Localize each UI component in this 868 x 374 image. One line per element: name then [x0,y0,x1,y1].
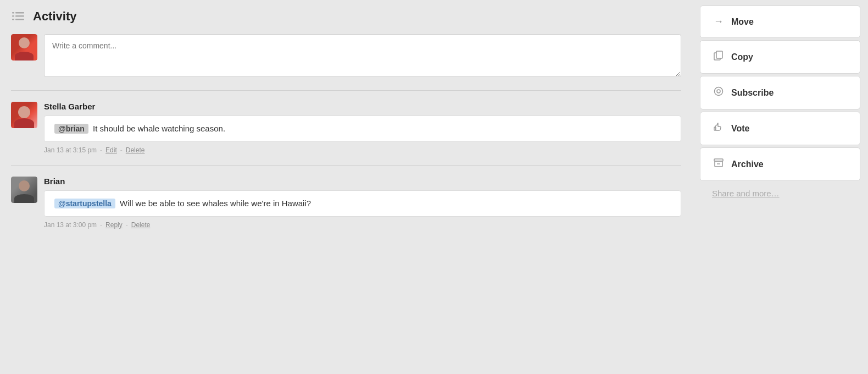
reply-link[interactable]: Reply [105,221,123,229]
main-panel: Activity Stella Garber @brian It should … [0,0,692,374]
svg-rect-2 [15,19,24,20]
separator: - [100,221,102,229]
comment-input-row [11,34,681,77]
copy-label: Copy [731,52,753,62]
separator: - [120,146,123,154]
comment-entry: Brian @startupstella Will we be able to … [11,177,681,229]
copy-button[interactable]: Copy [700,40,860,74]
app-layout: Activity Stella Garber @brian It should … [0,0,868,374]
comment-author: Stella Garber [44,102,681,111]
copy-icon [713,51,725,63]
page-title: Activity [33,9,76,24]
comment-entry: Stella Garber @brian It should be whale … [11,102,681,154]
svg-rect-1 [15,15,24,17]
comment-text: It should be whale watching season. [93,124,225,133]
subscribe-button[interactable]: Subscribe [700,76,860,109]
avatar [11,102,37,128]
subscribe-icon [713,86,725,99]
svg-rect-7 [716,51,722,58]
archive-icon [713,158,725,170]
comment-body: Brian @startupstella Will we be able to … [44,177,681,229]
avatar [11,177,37,203]
current-user-avatar [11,34,37,61]
comment-author: Brian [44,177,681,186]
move-label: Move [731,17,754,27]
edit-link[interactable]: Edit [105,146,117,154]
svg-rect-4 [12,15,14,17]
comment-input[interactable] [44,34,681,77]
delete-link[interactable]: Delete [131,221,151,229]
separator: - [126,221,128,229]
vote-icon [713,122,725,135]
comment-text: Will we be able to see whales while we'r… [120,199,311,208]
comment-meta: Jan 13 at 3:15 pm - Edit - Delete [44,146,681,154]
comment-meta: Jan 13 at 3:00 pm - Reply - Delete [44,221,681,229]
svg-rect-0 [15,12,24,14]
divider-2 [11,165,681,166]
comment-timestamp: Jan 13 at 3:00 pm [44,221,97,229]
divider-1 [11,90,681,91]
comment-bubble: @brian It should be whale watching seaso… [44,116,681,142]
share-more-link[interactable]: Share and more… [700,183,860,204]
subscribe-label: Subscribe [731,88,774,98]
comment-bubble: @startupstella Will we be able to see wh… [44,190,681,217]
activity-header: Activity [11,9,681,24]
svg-rect-3 [12,12,14,14]
comment-timestamp: Jan 13 at 3:15 pm [44,146,97,154]
archive-button[interactable]: Archive [700,147,860,181]
sidebar: → Move Copy Subscribe [692,0,868,374]
svg-rect-5 [12,19,14,20]
mention-tag: @startupstella [54,199,115,208]
svg-point-9 [717,90,720,93]
delete-link[interactable]: Delete [126,146,145,154]
archive-label: Archive [731,160,764,169]
vote-button[interactable]: Vote [700,112,860,145]
separator: - [100,146,102,154]
mention-tag: @brian [54,124,88,134]
move-button[interactable]: → Move [700,6,860,38]
comment-body: Stella Garber @brian It should be whale … [44,102,681,154]
move-icon: → [713,16,725,28]
svg-point-8 [715,87,723,96]
list-icon [11,9,26,24]
vote-label: Vote [731,124,749,134]
